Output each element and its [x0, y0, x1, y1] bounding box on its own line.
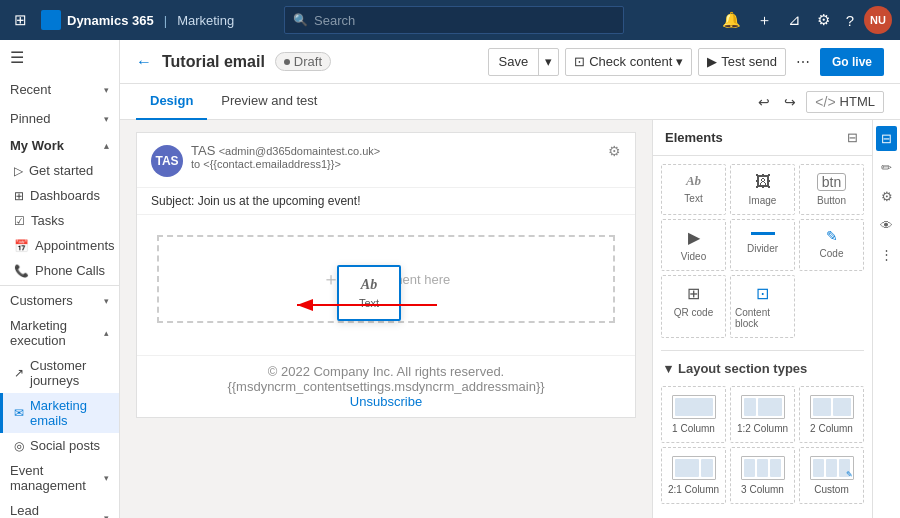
marketing-execution-header[interactable]: Marketing execution ▴	[0, 313, 119, 353]
filter-icon[interactable]: ⊿	[782, 7, 807, 33]
undo-button[interactable]: ↩	[754, 92, 774, 112]
style-tab-button[interactable]: ✏	[876, 155, 897, 180]
lead-management-header[interactable]: Lead management ▾	[0, 498, 119, 518]
draft-badge: Draft	[275, 52, 331, 71]
image-label: Image	[749, 195, 777, 206]
layout-section-header[interactable]: ▾ Layout section types	[653, 355, 872, 382]
elements-panel: Elements ⊟ Ab Text 🖼 Image	[652, 120, 872, 518]
sidebar-item-social-posts[interactable]: ◎ Social posts	[0, 433, 119, 458]
sidebar-item-appointments[interactable]: 📅 Appointments	[0, 233, 119, 258]
search-input[interactable]	[314, 13, 615, 28]
layout-1-2-column[interactable]: 1:2 Column	[730, 386, 795, 443]
footer-dynamic: {{msdyncrm_contentsettings.msdyncrm_addr…	[151, 379, 621, 394]
help-icon[interactable]: ?	[840, 8, 860, 33]
text-element-label: Text	[359, 297, 379, 309]
marketing-execution-label: Marketing execution	[10, 318, 104, 348]
avatar[interactable]: NU	[864, 6, 892, 34]
layout-col-k	[826, 459, 837, 477]
tab-design[interactable]: Design	[136, 84, 207, 120]
email-subject: Subject: Join us at the upcoming event!	[137, 188, 635, 215]
divider-icon	[751, 232, 775, 235]
element-button[interactable]: btn Button	[799, 164, 864, 215]
code-label: Code	[820, 248, 844, 259]
email-from: TAS <admin@d365domaintest.co.uk>	[191, 143, 600, 158]
element-qr-code[interactable]: ⊞ QR code	[661, 275, 726, 338]
go-live-button[interactable]: Go live	[820, 48, 884, 76]
customers-header[interactable]: Customers ▾	[0, 288, 119, 313]
element-content-block[interactable]: ⊡ Content block	[730, 275, 795, 338]
sidebar-item-customer-journeys[interactable]: ↗ Customer journeys	[0, 353, 119, 393]
layout-col-a	[744, 398, 756, 416]
sidebar-item-get-started[interactable]: ▷ Get started	[0, 158, 119, 183]
element-divider[interactable]: Divider	[730, 219, 795, 271]
preview-tab-button[interactable]: 👁	[875, 213, 898, 238]
event-management-header[interactable]: Event management ▾	[0, 458, 119, 498]
unsubscribe-link[interactable]: Unsubscribe	[350, 394, 422, 409]
phone-calls-label: Phone Calls	[35, 263, 105, 278]
layout-col-b	[758, 398, 782, 416]
sidebar-item-tasks[interactable]: ☑ Tasks	[0, 208, 119, 233]
sidebar-item-marketing-emails[interactable]: ✉ Marketing emails	[0, 393, 119, 433]
element-code[interactable]: ✎ Code	[799, 219, 864, 271]
settings-icon[interactable]: ⚙	[811, 7, 836, 33]
plus-icon[interactable]: ＋	[751, 7, 778, 34]
get-started-icon: ▷	[14, 164, 23, 178]
button-icon: btn	[817, 173, 846, 191]
more-options-button[interactable]: ⋯	[792, 54, 814, 70]
text-element-label: Text	[684, 193, 702, 204]
email-settings-button[interactable]: ⚙	[608, 143, 621, 159]
elements-grid: Ab Text 🖼 Image btn Button ▶	[653, 156, 872, 346]
redo-button[interactable]: ↪	[780, 92, 800, 112]
email-canvas: TAS TAS <admin@d365domaintest.co.uk> to …	[120, 120, 652, 430]
layout-2-col-label: 2 Column	[810, 423, 853, 434]
element-text[interactable]: Ab Text	[661, 164, 726, 215]
layout-3-column[interactable]: 3 Column	[730, 447, 795, 504]
elements-tab-button[interactable]: ⊟	[876, 126, 897, 151]
search-bar[interactable]: 🔍	[284, 6, 624, 34]
layout-2-1-col-label: 2:1 Column	[668, 484, 719, 495]
dashboards-label: Dashboards	[30, 188, 100, 203]
check-content-button[interactable]: ⊡ Check content ▾	[565, 48, 692, 76]
layout-2-1-column[interactable]: 2:1 Column	[661, 447, 726, 504]
layout-1-column[interactable]: 1 Column	[661, 386, 726, 443]
grid-menu-icon[interactable]: ⊞	[8, 7, 33, 33]
email-footer: © 2022 Company Inc. All rights reserved.…	[137, 355, 635, 417]
header-actions: Save ▾ ⊡ Check content ▾ ▶ Test send ⋯ G…	[488, 48, 884, 76]
content-block-icon: ⊡	[756, 284, 769, 303]
main-content: ← Tutorial email Draft Save ▾ ⊡ Check co…	[120, 40, 900, 518]
layout-1-col-label: 1 Column	[672, 423, 715, 434]
dashboards-icon: ⊞	[14, 189, 24, 203]
extra-tab-button[interactable]: ⋮	[875, 242, 898, 267]
footer-copyright: © 2022 Company Inc. All rights reserved.	[151, 364, 621, 379]
sidebar-item-dashboards[interactable]: ⊞ Dashboards	[0, 183, 119, 208]
search-icon: 🔍	[293, 13, 308, 27]
save-dropdown-icon[interactable]: ▾	[539, 49, 558, 75]
layout-2-column[interactable]: 2 Column	[799, 386, 864, 443]
lead-management-label: Lead management	[10, 503, 104, 518]
save-label[interactable]: Save	[489, 49, 540, 75]
floating-text-element[interactable]: Ab Text	[337, 265, 401, 321]
layout-custom[interactable]: ✎ Custom	[799, 447, 864, 504]
layout-col-j	[813, 459, 824, 477]
settings-tab-button[interactable]: ⚙	[876, 184, 898, 209]
sidebar-item-phone-calls[interactable]: 📞 Phone Calls	[0, 258, 119, 283]
save-button[interactable]: Save ▾	[488, 48, 560, 76]
test-send-button[interactable]: ▶ Test send	[698, 48, 786, 76]
hamburger-menu[interactable]: ☰	[0, 40, 119, 75]
pinned-header[interactable]: Pinned ▾	[0, 106, 119, 131]
html-button[interactable]: </> HTML	[806, 91, 884, 113]
bell-icon[interactable]: 🔔	[716, 7, 747, 33]
element-image[interactable]: 🖼 Image	[730, 164, 795, 215]
sidebar: ☰ Recent ▾ Pinned ▾ My Work ▴ ▷ Get star…	[0, 40, 120, 518]
email-meta: TAS <admin@d365domaintest.co.uk> to <{{c…	[191, 143, 600, 170]
my-work-header[interactable]: My Work ▴	[0, 133, 119, 158]
layout-custom-label: Custom	[814, 484, 848, 495]
panel-grid-icon[interactable]: ⊟	[845, 128, 860, 147]
email-container: TAS TAS <admin@d365domaintest.co.uk> to …	[136, 132, 636, 418]
back-button[interactable]: ←	[136, 53, 152, 71]
tab-preview-test[interactable]: Preview and test	[207, 84, 331, 120]
layout-col-d	[833, 398, 851, 416]
email-body: ＋ Add element here Ab Text	[137, 235, 635, 355]
recent-header[interactable]: Recent ▾	[0, 77, 119, 102]
element-video[interactable]: ▶ Video	[661, 219, 726, 271]
